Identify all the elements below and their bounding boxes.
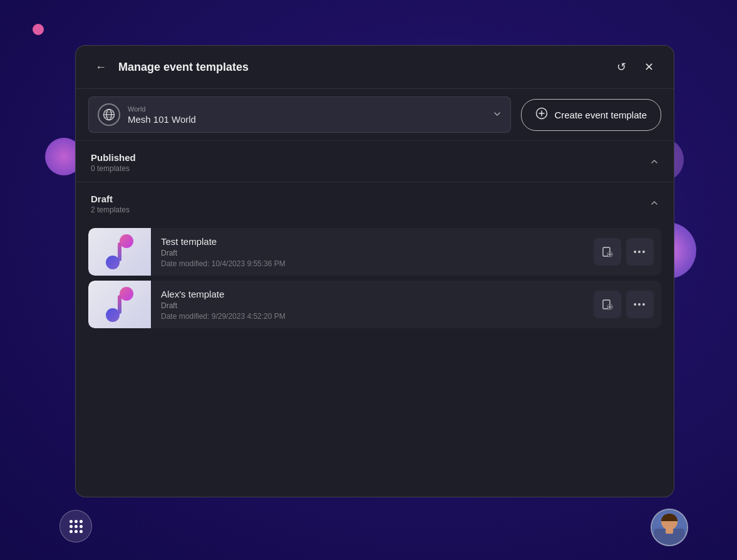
chevron-down-icon: [493, 110, 502, 120]
template-thumbnail: [88, 228, 151, 276]
grid-icon: [70, 520, 83, 533]
published-section-info: Published 0 templates: [91, 152, 136, 173]
template-thumbnail: [88, 281, 151, 328]
draft-section-count: 2 templates: [91, 205, 130, 214]
template-date: Date modified: 10/4/2023 9:55:36 PM: [161, 259, 584, 268]
template-actions: •••: [594, 238, 661, 266]
template-name: Alex's template: [161, 289, 584, 299]
modal-container: ← Manage event templates ↺ ✕ World Mesh …: [75, 45, 674, 497]
more-dots-icon: •••: [634, 299, 647, 309]
template-publish-button[interactable]: [594, 238, 621, 266]
world-selector[interactable]: World Mesh 101 World: [88, 96, 511, 133]
mesh-logo-bottom-circle: [106, 256, 120, 269]
decorative-blob-1: [33, 24, 44, 35]
content-area: Published 0 templates Draft 2 templates: [76, 141, 674, 497]
draft-section-header[interactable]: Draft 2 templates: [76, 182, 674, 223]
modal-header: ← Manage event templates ↺ ✕: [76, 46, 674, 89]
published-section-header[interactable]: Published 0 templates: [76, 141, 674, 182]
template-info: Alex's template Draft Date modified: 9/2…: [151, 281, 594, 328]
header-icons: ↺ ✕: [611, 57, 659, 77]
create-plus-icon: [535, 107, 548, 123]
published-chevron-icon: [650, 157, 659, 168]
mesh-logo: [106, 287, 133, 322]
world-info: World Mesh 101 World: [128, 105, 488, 125]
template-item: Alex's template Draft Date modified: 9/2…: [88, 281, 661, 328]
draft-section-title: Draft: [91, 194, 130, 204]
mesh-logo-bottom-circle: [106, 308, 120, 322]
template-date: Date modified: 9/29/2023 4:52:20 PM: [161, 312, 584, 321]
create-event-template-button[interactable]: Create event template: [521, 99, 661, 131]
close-button[interactable]: ✕: [639, 57, 659, 77]
published-section-count: 0 templates: [91, 164, 136, 173]
template-info: Test template Draft Date modified: 10/4/…: [151, 229, 594, 276]
world-row: World Mesh 101 World Create event templa…: [76, 89, 674, 141]
template-status: Draft: [161, 249, 584, 257]
draft-template-list: Test template Draft Date modified: 10/4/…: [76, 223, 674, 333]
template-actions: •••: [594, 291, 661, 318]
mesh-logo-top-circle: [120, 287, 133, 301]
more-dots-icon: •••: [634, 247, 647, 257]
template-status: Draft: [161, 301, 584, 310]
template-more-button[interactable]: •••: [626, 291, 654, 318]
mesh-logo-top-circle: [120, 234, 133, 248]
apps-grid-button[interactable]: [59, 510, 92, 542]
world-icon: [98, 103, 120, 126]
draft-chevron-icon: [650, 199, 659, 209]
modal-title: Manage event templates: [118, 61, 611, 74]
world-name: Mesh 101 World: [128, 114, 488, 125]
create-btn-label: Create event template: [554, 110, 647, 120]
world-label: World: [128, 105, 488, 113]
published-section-title: Published: [91, 152, 136, 163]
draft-section-info: Draft 2 templates: [91, 194, 130, 214]
mesh-logo: [106, 234, 133, 269]
template-name: Test template: [161, 236, 584, 247]
back-button[interactable]: ←: [91, 57, 111, 77]
avatar-button[interactable]: [651, 509, 688, 546]
template-item: Test template Draft Date modified: 10/4/…: [88, 228, 661, 276]
template-more-button[interactable]: •••: [626, 238, 654, 266]
template-publish-button[interactable]: [594, 291, 621, 318]
refresh-button[interactable]: ↺: [611, 57, 631, 77]
